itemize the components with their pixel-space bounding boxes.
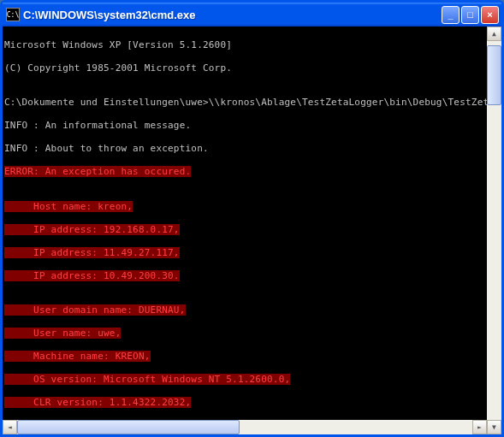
error-line: ERROR: An exception has occured. [4,166,191,177]
titlebar-buttons: _ □ × [442,6,499,24]
scroll-track-horizontal[interactable] [17,420,472,434]
scroll-thumb-vertical[interactable] [487,45,501,105]
error-line: IP address: 192.168.0.17, [4,224,180,235]
close-button[interactable]: × [481,6,499,24]
error-line: IP address: 11.49.27.117, [4,247,180,258]
scroll-left-button[interactable]: ◄ [3,420,17,434]
horizontal-scrollbar[interactable]: ◄ ► [3,420,487,434]
error-line: CLR version: 1.1.4322.2032, [4,397,191,408]
scroll-thumb-horizontal[interactable] [17,420,240,434]
window-title: C:\WINDOWS\system32\cmd.exe [23,9,442,21]
minimize-button[interactable]: _ [442,6,460,24]
error-line: User name: uwe, [4,328,121,339]
cmd-window: C:\ C:\WINDOWS\system32\cmd.exe _ □ × Mi… [0,0,504,437]
error-line: Machine name: KREON, [4,351,151,362]
error-line: Host name: kreon, [4,201,133,212]
titlebar[interactable]: C:\ C:\WINDOWS\system32\cmd.exe _ □ × [3,3,501,27]
cmd-icon: C:\ [6,8,20,21]
console-prompt: C:\Dokumente und Einstellungen\uwe>\\kro… [4,97,485,109]
error-line: IP address: 10.49.200.30. [4,270,180,281]
maximize-button[interactable]: □ [461,6,479,24]
error-line: User domain name: DUERNAU, [4,304,186,316]
vertical-scrollbar[interactable]: ▲ ▼ [487,27,501,434]
scroll-track-vertical[interactable] [487,41,501,420]
scroll-down-button[interactable]: ▼ [487,420,501,434]
scroll-right-button[interactable]: ► [472,420,487,434]
error-line: OS version: Microsoft Windows NT 5.1.260… [4,374,290,385]
console-output[interactable]: Microsoft Windows XP [Version 5.1.2600] … [3,27,487,420]
console-line: (C) Copyright 1985-2001 Microsoft Corp. [4,62,485,74]
console-area: Microsoft Windows XP [Version 5.1.2600] … [3,27,501,434]
console-line: INFO : About to throw an exception. [4,143,485,155]
console-line: INFO : An informational message. [4,120,485,132]
scroll-up-button[interactable]: ▲ [487,27,501,41]
console-line: Microsoft Windows XP [Version 5.1.2600] [4,39,485,51]
